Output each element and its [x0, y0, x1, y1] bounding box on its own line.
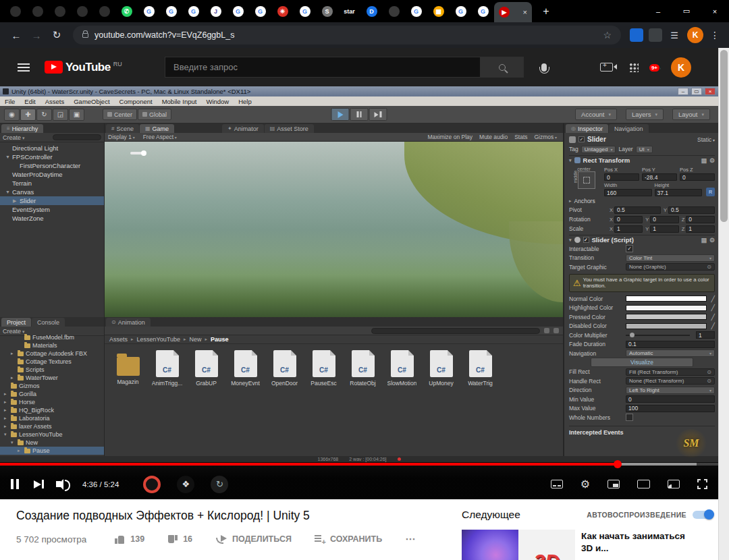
- project-tree-item[interactable]: ▸ Cottage Autodesk FBX: [0, 349, 104, 358]
- inspector-row-value[interactable]: ⚠ You must have a Graphic target in orde…: [573, 277, 711, 289]
- pause-button[interactable]: [350, 108, 369, 121]
- extension-icon-1[interactable]: [630, 28, 643, 42]
- tab-close-icon[interactable]: ×: [523, 8, 527, 16]
- extension-list-icon[interactable]: ☰: [668, 28, 681, 42]
- next-video-thumbnail[interactable]: 3D: [462, 530, 575, 560]
- hand-tool-button[interactable]: ◉: [4, 109, 20, 121]
- pos-z-field[interactable]: 0: [680, 173, 715, 181]
- search-button[interactable]: [481, 57, 524, 78]
- unity-menu-item[interactable]: Component: [115, 98, 157, 105]
- next-video-title[interactable]: Как начать заниматься 3D и...: [581, 530, 697, 560]
- help-icon[interactable]: ▤: [701, 237, 707, 244]
- project-file[interactable]: OpenDoor: [269, 350, 300, 387]
- browser-tab[interactable]: J: [205, 0, 227, 22]
- hierarchy-item[interactable]: ▶ Slider: [0, 196, 104, 205]
- browser-tab[interactable]: ✳: [271, 0, 294, 22]
- browser-tab[interactable]: G: [249, 0, 271, 22]
- tab-hierarchy[interactable]: ≡Hierarchy: [1, 124, 43, 133]
- expand-arrow-icon[interactable]: ▸: [4, 391, 9, 397]
- browser-tab[interactable]: ✆: [115, 0, 138, 22]
- browser-tab[interactable]: S: [316, 0, 338, 22]
- inspector-row-value[interactable]: ⚠ None (Graphic): [626, 263, 715, 271]
- scale-x-field[interactable]: 1: [614, 225, 643, 233]
- inspector-row-value[interactable]: ⚠: [626, 304, 715, 312]
- theater-mode-icon[interactable]: [637, 480, 650, 488]
- inspector-row-value[interactable]: ⚠ 0: [626, 395, 715, 403]
- project-file[interactable]: UpMoney: [426, 350, 456, 387]
- project-tree-item[interactable]: ▸ Pause: [0, 447, 104, 455]
- project-file[interactable]: WaterTrig: [465, 350, 495, 387]
- search-input[interactable]: [165, 57, 481, 78]
- browser-profile-avatar[interactable]: K: [687, 27, 703, 43]
- browser-tab[interactable]: G: [450, 0, 472, 22]
- color-swatch[interactable]: [626, 323, 707, 329]
- expand-arrow-icon[interactable]: ▼: [5, 155, 10, 159]
- scale-tool-button[interactable]: ◲: [53, 109, 68, 121]
- tab-navigation[interactable]: Navigation: [609, 124, 649, 133]
- autoplay-toggle[interactable]: [693, 511, 713, 519]
- breadcrumb-item-current[interactable]: Pause: [211, 336, 229, 343]
- layers-dropdown[interactable]: Layers: [626, 109, 664, 120]
- unity-maximize-button[interactable]: ▭: [691, 88, 702, 95]
- browser-tab[interactable]: G: [294, 0, 316, 22]
- browser-tab[interactable]: G: [472, 0, 494, 22]
- browser-menu-icon[interactable]: ⋮: [707, 30, 722, 40]
- rect-transform-header[interactable]: ▾ Rect Transform ▤⚙: [569, 155, 715, 165]
- value-text[interactable]: 1: [696, 331, 715, 339]
- unity-menu-item[interactable]: GameObject: [69, 98, 114, 105]
- color-swatch[interactable]: [626, 314, 707, 320]
- unity-close-button[interactable]: ×: [705, 88, 716, 95]
- inspector-row-value[interactable]: ⚠: [626, 245, 715, 252]
- window-restore-button[interactable]: ▭: [672, 7, 701, 16]
- game-toolbar-option[interactable]: Mute audio: [479, 134, 508, 140]
- move-tool-button[interactable]: ✚: [20, 109, 36, 121]
- browser-tab[interactable]: G: [227, 0, 249, 22]
- browser-tab-active[interactable]: ▶ ×: [494, 2, 532, 22]
- settings-gear-icon[interactable]: ⚙: [580, 479, 590, 490]
- browser-tab[interactable]: star: [338, 0, 360, 22]
- project-tree-item[interactable]: ▸ laxer Assets: [0, 422, 104, 430]
- project-tree-item[interactable]: ▸ Horse: [0, 398, 104, 406]
- mic-icon[interactable]: [541, 63, 547, 72]
- progress-bar[interactable]: [0, 463, 718, 466]
- inspector-row-value[interactable]: ⚠ 1: [626, 331, 715, 339]
- browser-tab[interactable]: G: [405, 0, 427, 22]
- slider-track[interactable]: [626, 335, 690, 336]
- more-actions-button[interactable]: ⋯: [405, 533, 416, 545]
- unity-menu-item[interactable]: Mobile Input: [157, 98, 202, 105]
- expand-arrow-icon[interactable]: ▸: [11, 351, 16, 356]
- share-button[interactable]: ПОДЕЛИТЬСЯ: [215, 534, 292, 544]
- game-toolbar-option[interactable]: Gizmos: [535, 134, 558, 140]
- channel-watermark[interactable]: SM: [675, 429, 707, 457]
- hierarchy-item[interactable]: EventSystem: [0, 205, 104, 214]
- account-dropdown[interactable]: Account: [575, 109, 617, 120]
- slider-script-header[interactable]: ▾ ✓ Slider (Script) ▤⚙: [569, 235, 715, 244]
- value-text[interactable]: None (Rect Transform): [629, 378, 684, 384]
- hierarchy-item[interactable]: ▼ Canvas: [0, 188, 104, 196]
- next-video-item[interactable]: 3D Как начать заниматься 3D и...: [462, 530, 713, 560]
- rotation-x-field[interactable]: 0: [614, 216, 643, 223]
- component-enabled-checkbox[interactable]: ✓: [583, 237, 589, 243]
- active-checkbox[interactable]: ✓: [578, 136, 585, 142]
- expand-arrow-icon[interactable]: ▸: [4, 399, 9, 405]
- hierarchy-search-input[interactable]: [53, 134, 101, 140]
- aspect-dropdown[interactable]: Free Aspect: [143, 134, 177, 140]
- color-swatch[interactable]: [626, 305, 707, 311]
- pos-y-field[interactable]: -28.4: [642, 173, 677, 181]
- browser-tab[interactable]: G: [160, 0, 182, 22]
- dislike-button[interactable]: 16: [167, 534, 192, 544]
- expand-arrow-icon[interactable]: ▸: [11, 375, 16, 381]
- pivot-x-field[interactable]: 0.5: [614, 206, 661, 214]
- display-dropdown[interactable]: Display 1: [108, 134, 135, 140]
- site-security-icon[interactable]: [82, 33, 88, 38]
- browser-tab[interactable]: G: [138, 0, 160, 22]
- window-close-button[interactable]: ×: [701, 7, 729, 16]
- project-file[interactable]: GrabUP: [191, 350, 221, 387]
- game-toolbar-option[interactable]: Maximize on Play: [427, 134, 473, 140]
- hierarchy-item[interactable]: WaterZone: [0, 214, 104, 223]
- browser-tab[interactable]: [49, 0, 71, 22]
- save-button[interactable]: СОХРАНИТЬ: [315, 534, 382, 544]
- tab-scene[interactable]: #Scene: [106, 124, 139, 133]
- expand-arrow-icon[interactable]: ▶: [13, 198, 18, 204]
- apps-grid-icon[interactable]: [629, 63, 639, 72]
